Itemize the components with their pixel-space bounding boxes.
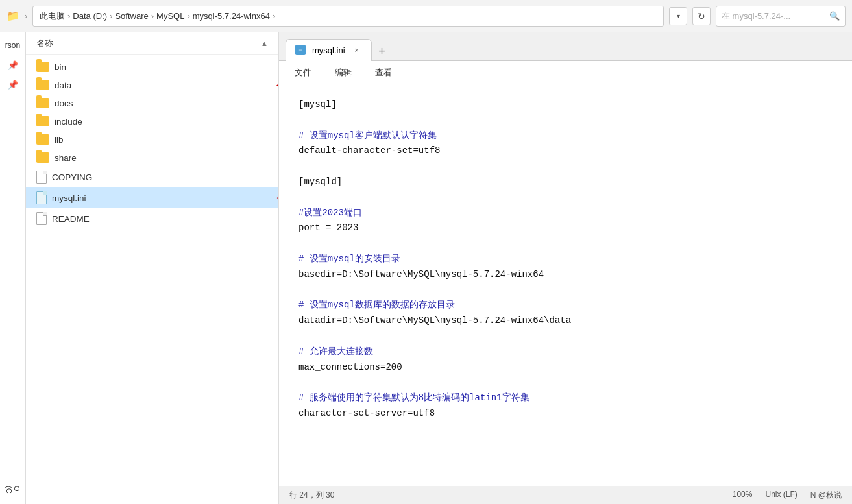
ini-file-icon — [36, 191, 47, 204]
content-line: #设置2023端口 — [298, 206, 833, 221]
tab-area: ≡ mysql.ini × + — [279, 32, 852, 61]
address-separator-1: › — [25, 12, 27, 21]
list-item[interactable]: lib — [26, 130, 278, 149]
menu-edit[interactable]: 编辑 — [330, 64, 357, 81]
path-part-mysql: MySQL — [156, 11, 184, 21]
folder-icon — [36, 152, 49, 163]
list-item[interactable]: COPYING — [26, 167, 278, 187]
notepad-titlebar: ≡ mysql.ini × + — [279, 32, 852, 61]
item-name: mysql.ini — [52, 193, 86, 203]
item-name: data — [55, 80, 71, 90]
tab-add-button[interactable]: + — [373, 43, 391, 61]
tab-mysql-ini[interactable]: ≡ mysql.ini × — [286, 39, 372, 61]
address-bar: 📁 › 此电脑 › Data (D:) › Software › MySQL ›… — [0, 0, 852, 32]
content-line: max_connections=200 — [298, 360, 833, 376]
item-name: COPYING — [52, 173, 92, 182]
sort-arrow[interactable]: ▲ — [261, 40, 268, 47]
left-sidebar: rson 📌 📌 O (C — [0, 32, 26, 504]
path-part-computer: 此电脑 — [40, 10, 65, 22]
content-line: [mysqld] — [298, 174, 833, 190]
drive-label: O (C — [5, 483, 21, 499]
list-item-mysql-ini[interactable]: mysql.ini ← — [26, 187, 278, 208]
tab-label: mysql.ini — [312, 45, 345, 55]
file-panel-header: 名称 ▲ — [26, 32, 278, 55]
list-item[interactable]: docs — [26, 94, 278, 112]
address-path[interactable]: 此电脑 › Data (D:) › Software › MySQL › mys… — [32, 6, 664, 27]
content-line — [298, 113, 833, 128]
list-item[interactable]: include — [26, 112, 278, 130]
person-icon: rson — [5, 38, 21, 53]
folder-icon — [36, 80, 49, 90]
refresh-button[interactable]: ↻ — [692, 7, 711, 25]
content-line — [298, 329, 833, 344]
encoding: N @秋说 — [810, 490, 842, 501]
content-line — [298, 190, 833, 206]
pin-icon-1[interactable]: 📌 — [5, 57, 21, 73]
notepad-statusbar: 行 24，列 30 100% Unix (LF) N @秋说 — [279, 486, 852, 504]
dropdown-button[interactable]: ▾ — [669, 7, 687, 25]
content-line: datadir=D:\Software\MySQL\mysql-5.7.24-w… — [298, 313, 833, 329]
notepad-panel: ≡ mysql.ini × + 文件 编辑 查看 [mysql] # 设置mys… — [279, 32, 852, 504]
notepad-content[interactable]: [mysql] # 设置mysql客户端默认认字符集default-charac… — [279, 84, 852, 486]
folder-icon — [36, 98, 49, 108]
file-panel: 名称 ▲ bin data ← — [26, 32, 279, 504]
content-line — [298, 375, 833, 390]
content-line: default-character-set=utf8 — [298, 143, 833, 159]
content-line: # 服务端使用的字符集默认为8比特编码的latin1字符集 — [298, 390, 833, 406]
file-icon — [36, 171, 47, 184]
red-arrow-mysqlini: ← — [274, 189, 278, 206]
path-part-drive: Data (D:) — [73, 11, 107, 21]
content-line — [298, 159, 833, 174]
line-ending: Unix (LF) — [765, 490, 797, 501]
search-icon: 🔍 — [829, 11, 840, 21]
content-line: # 允许最大连接数 — [298, 344, 833, 360]
tab-close-button[interactable]: × — [352, 45, 362, 55]
search-placeholder: 在 mysql-5.7.24-... — [722, 10, 790, 22]
path-part-version: mysql-5.7.24-winx64 — [193, 11, 270, 21]
file-icon — [36, 212, 47, 225]
content-line: # 设置mysql的安装目录 — [298, 252, 833, 267]
item-name: README — [52, 214, 90, 224]
menu-view[interactable]: 查看 — [370, 64, 397, 81]
content-line: character-set-server=utf8 — [298, 406, 833, 422]
file-list: bin data ← docs — [26, 55, 278, 504]
content-line — [298, 283, 833, 298]
folder-icon — [36, 134, 49, 145]
menu-file[interactable]: 文件 — [289, 64, 317, 81]
content-line: port = 2023 — [298, 221, 833, 236]
red-arrow-data: ← — [274, 77, 278, 93]
folder-nav-icon: 📁 — [6, 10, 19, 22]
name-column-header: 名称 — [36, 38, 53, 49]
list-item[interactable]: bin — [26, 58, 278, 76]
notepad-menubar: 文件 编辑 查看 — [279, 61, 852, 84]
path-part-software: Software — [115, 11, 148, 21]
pin-icon-2[interactable]: 📌 — [5, 77, 21, 92]
content-line: # 设置mysql数据库的数据的存放目录 — [298, 298, 833, 313]
content-line — [298, 236, 833, 252]
item-name: docs — [55, 99, 73, 108]
list-item[interactable]: README — [26, 208, 278, 229]
folder-icon — [36, 62, 49, 72]
search-box[interactable]: 在 mysql-5.7.24-... 🔍 — [716, 6, 846, 27]
cursor-position: 行 24，列 30 — [289, 490, 334, 501]
tab-file-icon: ≡ — [295, 45, 306, 55]
content-line: [mysql] — [298, 97, 833, 113]
zoom-level: 100% — [733, 490, 753, 501]
content-line: # 设置mysql客户端默认认字符集 — [298, 128, 833, 144]
folder-icon — [36, 116, 49, 126]
item-name: bin — [55, 62, 66, 72]
item-name: include — [55, 117, 82, 126]
list-item[interactable]: data ← — [26, 76, 278, 94]
list-item[interactable]: share — [26, 149, 278, 167]
item-name: share — [55, 153, 77, 163]
item-name: lib — [55, 135, 64, 145]
content-line: basedir=D:\Software\MySQL\mysql-5.7.24-w… — [298, 267, 833, 283]
